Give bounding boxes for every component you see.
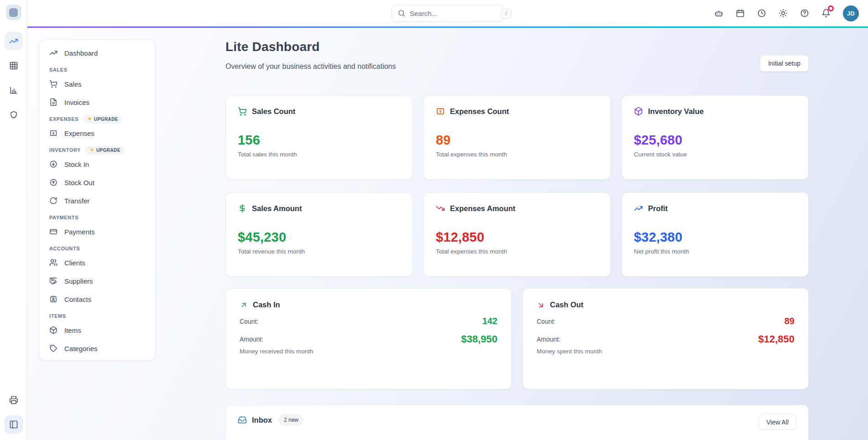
count-value: 142 xyxy=(482,316,497,326)
sidebar-item-clients[interactable]: Clients xyxy=(45,254,150,272)
trending-up-icon xyxy=(634,204,643,213)
arrow-up-right-icon xyxy=(240,301,248,309)
content-area: Dashboard SALES Sales Invoices EXPEN xyxy=(27,28,868,440)
sidebar-item-categories[interactable]: Categories xyxy=(45,339,150,357)
initial-setup-button[interactable]: Initial setup xyxy=(760,55,809,72)
sidebar-item-label: Payments xyxy=(64,228,95,236)
stat-value: $45,230 xyxy=(238,230,400,245)
count-label: Count: xyxy=(240,318,258,325)
cash-in-card: Cash In Count: 142 Amount: $38,950 Money… xyxy=(225,288,512,389)
theme-sun-icon[interactable] xyxy=(779,9,788,18)
shield-icon xyxy=(9,110,18,119)
sidebar-item-contacts[interactable]: Contacts xyxy=(45,290,150,308)
rail-grid-button[interactable] xyxy=(5,57,23,75)
sidebar-item-transfer[interactable]: Transfer xyxy=(45,192,150,210)
upgrade-badge[interactable]: UPGRADE xyxy=(83,115,122,124)
sidebar-section-accounts: ACCOUNTS xyxy=(45,243,150,254)
sidebar-item-label: Items xyxy=(64,326,81,334)
section-header-label: EXPENSES xyxy=(49,116,78,122)
stat-title: Expenses Count xyxy=(450,107,509,116)
panel-left-icon xyxy=(9,420,18,429)
trending-up-icon xyxy=(49,49,58,57)
stat-title: Sales Count xyxy=(252,107,295,116)
sidebar-item-label: Dashboard xyxy=(64,49,98,57)
sidebar-item-stock-out[interactable]: Stock Out xyxy=(45,173,150,192)
stat-card-expenses-count: $ Expenses Count 89 Total expenses this … xyxy=(424,95,611,180)
stats-grid: Sales Count 156 Total sales this month $… xyxy=(225,95,809,277)
sidebar-item-invoices[interactable]: Invoices xyxy=(45,93,150,111)
stat-value: 89 xyxy=(436,133,598,148)
trending-down-icon xyxy=(436,204,445,213)
sidebar-item-payments[interactable]: Payments xyxy=(45,223,150,241)
printer-icon xyxy=(9,395,18,404)
search-box[interactable]: / xyxy=(392,5,504,22)
stat-card-profit: Profit $32,380 Net profit this month xyxy=(622,192,809,277)
upgrade-label: UPGRADE xyxy=(94,117,118,122)
bot-icon[interactable] xyxy=(714,9,723,18)
calendar-icon[interactable] xyxy=(736,9,745,18)
main-panel: Lite Dashboard Overview of your business… xyxy=(225,28,809,440)
help-icon[interactable] xyxy=(800,9,809,18)
zap-icon xyxy=(89,147,94,153)
sidebar-item-label: Sales xyxy=(64,80,82,88)
stat-subtitle: Total expenses this month xyxy=(436,151,598,158)
handshake-icon xyxy=(49,277,58,285)
sidebar-section-sales: SALES xyxy=(45,65,150,75)
amount-value: $12,850 xyxy=(758,333,795,345)
count-label: Count: xyxy=(537,318,555,325)
sidebar-item-label: Invoices xyxy=(64,98,89,106)
stat-subtitle: Net profit this month xyxy=(634,248,796,255)
amount-label: Amount: xyxy=(537,336,560,343)
sidebar-item-suppliers[interactable]: Suppliers xyxy=(45,272,150,290)
notifications-bell-icon[interactable] xyxy=(821,9,831,18)
sidebar-section-payments: PAYMENTS xyxy=(45,212,150,223)
credit-card-icon xyxy=(49,228,58,236)
upgrade-badge[interactable]: UPGRADE xyxy=(85,146,125,155)
clock-icon[interactable] xyxy=(757,9,766,18)
topbar: / xyxy=(27,0,868,26)
rail-print-button[interactable] xyxy=(5,391,23,409)
arrow-down-circle-icon xyxy=(49,160,58,168)
search-icon xyxy=(397,9,406,17)
stat-title: Profit xyxy=(648,204,668,213)
stat-value: 156 xyxy=(238,133,400,148)
rail-toggle-sidebar-button[interactable] xyxy=(5,415,23,434)
sidebar-item-sales[interactable]: Sales xyxy=(45,75,150,93)
stat-card-sales-count: Sales Count 156 Total sales this month xyxy=(225,95,413,180)
rail-dashboard-button[interactable] xyxy=(5,32,23,50)
sidebar-item-dashboard[interactable]: Dashboard xyxy=(45,44,150,62)
inbox-card: Inbox 2 new View All xyxy=(225,405,809,440)
banknote-icon: $ xyxy=(49,129,58,137)
bar-chart-icon xyxy=(9,86,18,95)
sidebar-item-label: Stock In xyxy=(64,160,89,168)
shopping-cart-icon xyxy=(238,107,247,116)
cashflow-grid: Cash In Count: 142 Amount: $38,950 Money… xyxy=(225,288,809,389)
cash-card-title: Cash Out xyxy=(550,300,583,309)
arrow-up-circle-icon xyxy=(49,178,58,186)
stat-card-expenses-amount: Expenses Amount $12,850 Total expenses t… xyxy=(424,192,611,277)
sidebar-item-label: Suppliers xyxy=(64,277,93,285)
stat-card-sales-amount: Sales Amount $45,230 Total revenue this … xyxy=(225,192,413,277)
stat-value: $12,850 xyxy=(436,230,598,245)
cash-card-title: Cash In xyxy=(253,300,280,309)
svg-text:$: $ xyxy=(439,109,442,114)
package-icon xyxy=(49,326,58,334)
stat-title: Inventory Value xyxy=(648,107,704,116)
stat-value: $25,680 xyxy=(634,133,796,148)
sidebar-item-items[interactable]: Items xyxy=(45,321,150,339)
sidebar-item-expenses[interactable]: $ Expenses xyxy=(45,124,150,142)
sidebar-nav: Dashboard SALES Sales Invoices EXPEN xyxy=(39,40,156,361)
stat-subtitle: Total expenses this month xyxy=(436,248,598,255)
sidebar-item-stock-in[interactable]: Stock In xyxy=(45,155,150,173)
users-icon xyxy=(49,259,58,267)
upgrade-label: UPGRADE xyxy=(96,148,120,153)
rail-reports-button[interactable] xyxy=(5,81,23,99)
user-avatar[interactable]: JD xyxy=(843,5,859,21)
zap-icon xyxy=(87,116,92,122)
view-all-button[interactable]: View All xyxy=(758,414,796,430)
rail-security-button[interactable] xyxy=(5,106,23,124)
refresh-icon xyxy=(49,197,58,205)
search-input[interactable] xyxy=(410,10,501,17)
stat-card-inventory-value: Inventory Value $25,680 Current stock va… xyxy=(622,95,809,180)
slash-shortcut-key: / xyxy=(501,8,512,19)
